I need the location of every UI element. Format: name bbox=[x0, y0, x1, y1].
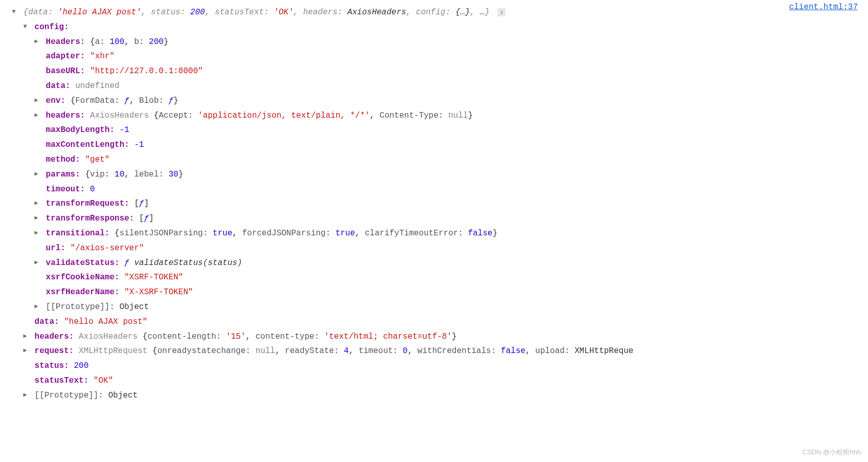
config-row[interactable]: ▼ config: bbox=[10, 20, 858, 35]
statustext-row[interactable]: ▶ statusText: "OK" bbox=[10, 373, 858, 388]
expand-arrow-right-icon[interactable]: ▶ bbox=[21, 390, 29, 401]
timeout-row[interactable]: ▶ timeout: 0 bbox=[10, 182, 858, 197]
xsrfheadername-row[interactable]: ▶ xsrfHeaderName: "X-XSRF-TOKEN" bbox=[10, 285, 858, 300]
expand-arrow-down-icon[interactable]: ▼ bbox=[21, 21, 29, 33]
request-row[interactable]: ▶ request: XMLHttpRequest {onreadystatec… bbox=[10, 344, 858, 359]
xsrfcookiename-row[interactable]: ▶ xsrfCookieName: "XSRF-TOKEN" bbox=[10, 270, 858, 285]
root-status-value: 200 bbox=[190, 8, 205, 17]
env-row[interactable]: ▶ env: {FormData: ƒ, Blob: ƒ} bbox=[10, 94, 858, 108]
params-row[interactable]: ▶ params: {vip: 10, lebel: 30} bbox=[10, 167, 858, 182]
source-link[interactable]: client.html:37 bbox=[789, 0, 858, 15]
transformresponse-row[interactable]: ▶ transformResponse: [ƒ] bbox=[10, 211, 858, 226]
object-root[interactable]: ▼ {data: 'hello AJAX post', status: 200,… bbox=[10, 5, 858, 20]
maxcontentlength-row[interactable]: ▶ maxContentLength: -1 bbox=[10, 138, 858, 152]
expand-arrow-right-icon[interactable]: ▶ bbox=[33, 198, 40, 209]
root-headers-value: AxiosHeaders bbox=[347, 8, 406, 17]
expand-arrow-right-icon[interactable]: ▶ bbox=[21, 345, 29, 357]
config-prototype-row[interactable]: ▶ [[Prototype]]: Object bbox=[10, 300, 858, 315]
expand-arrow-right-icon[interactable]: ▶ bbox=[33, 301, 40, 313]
root-config-value: {…} bbox=[455, 8, 470, 17]
root-data-value: 'hello AJAX post' bbox=[58, 8, 141, 17]
validatestatus-row[interactable]: ▶ validateStatus: ƒ validateStatus(statu… bbox=[10, 256, 858, 271]
baseurl-row[interactable]: ▶ baseURL: "http://127.0.0.1:8000" bbox=[10, 64, 858, 79]
transitional-row[interactable]: ▶ transitional: {silentJSONParsing: true… bbox=[10, 226, 858, 241]
url-row[interactable]: ▶ url: "/axios-server" bbox=[10, 241, 858, 256]
expand-arrow-right-icon[interactable]: ▶ bbox=[33, 257, 40, 269]
info-icon[interactable]: i bbox=[497, 8, 506, 16]
headers-row[interactable]: ▶ headers: AxiosHeaders {content-length:… bbox=[10, 329, 858, 344]
maxbodylength-row[interactable]: ▶ maxBodyLength: -1 bbox=[10, 123, 858, 138]
headers-upper-row[interactable]: ▶ Headers: {a: 100, b: 200} bbox=[10, 35, 858, 50]
expand-arrow-right-icon[interactable]: ▶ bbox=[33, 228, 40, 239]
expand-arrow-right-icon[interactable]: ▶ bbox=[33, 213, 40, 224]
adapter-row[interactable]: ▶ adapter: "xhr" bbox=[10, 49, 858, 64]
expand-arrow-right-icon[interactable]: ▶ bbox=[33, 95, 40, 106]
expand-arrow-right-icon[interactable]: ▶ bbox=[33, 169, 40, 180]
expand-arrow-right-icon[interactable]: ▶ bbox=[21, 331, 29, 342]
expand-arrow-down-icon[interactable]: ▼ bbox=[10, 7, 17, 18]
expand-arrow-right-icon[interactable]: ▶ bbox=[33, 36, 40, 48]
expand-arrow-right-icon[interactable]: ▶ bbox=[33, 110, 40, 121]
prototype-row[interactable]: ▶ [[Prototype]]: Object bbox=[10, 388, 858, 403]
headers-lower-row[interactable]: ▶ headers: AxiosHeaders {Accept: 'applic… bbox=[10, 108, 858, 123]
status-row[interactable]: ▶ status: 200 bbox=[10, 359, 858, 373]
transformrequest-row[interactable]: ▶ transformRequest: [ƒ] bbox=[10, 196, 858, 211]
config-data-row[interactable]: ▶ data: undefined bbox=[10, 79, 858, 94]
data-row[interactable]: ▶ data: "hello AJAX post" bbox=[10, 315, 858, 329]
method-row[interactable]: ▶ method: "get" bbox=[10, 152, 858, 167]
root-statustext-value: 'OK' bbox=[273, 8, 293, 17]
